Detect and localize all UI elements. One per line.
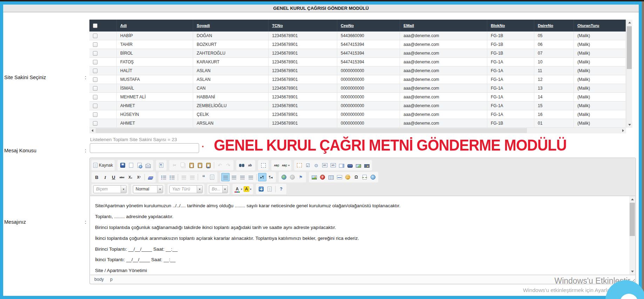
pagebreak-button[interactable]	[360, 173, 369, 181]
dirrtl-button[interactable]: ¶◂	[266, 173, 275, 181]
replace-button[interactable]: ab	[246, 161, 254, 169]
newpage-button[interactable]	[127, 161, 135, 169]
row-checkbox[interactable]	[93, 104, 97, 108]
selectfield-button[interactable]	[337, 161, 346, 169]
row-checkbox[interactable]	[93, 34, 97, 38]
aligncenter-button[interactable]	[230, 173, 238, 181]
spellcheck-button[interactable]: ABC	[272, 161, 281, 169]
bold-button[interactable]: B	[93, 173, 101, 181]
print-button[interactable]	[144, 161, 152, 169]
indent-button[interactable]	[188, 173, 196, 181]
find-button[interactable]	[237, 161, 246, 169]
underline-button[interactable]: U	[109, 173, 118, 181]
save-button[interactable]	[118, 161, 127, 169]
subscript-button[interactable]: X₂	[126, 173, 135, 181]
table-button[interactable]	[327, 173, 335, 181]
column-header-cepno[interactable]: CepNo	[337, 20, 400, 32]
creatediv-button[interactable]	[208, 173, 216, 181]
editor-scrollbar[interactable]	[629, 196, 635, 274]
specialchar-button[interactable]: Ω	[352, 173, 360, 181]
pastetext-button[interactable]	[196, 161, 204, 169]
unlink-button[interactable]	[288, 173, 297, 181]
vertical-scrollbar-thumb[interactable]	[627, 26, 632, 69]
numberedlist-button[interactable]	[160, 173, 168, 181]
chevron-down-icon[interactable]: ▾	[121, 186, 126, 193]
horizontalrule-button[interactable]	[335, 173, 344, 181]
textarea-button[interactable]: ab	[329, 161, 337, 169]
subject-input[interactable]	[90, 143, 199, 153]
blockquote-button[interactable]: “	[199, 173, 208, 181]
maximize-button[interactable]	[257, 185, 265, 193]
superscript-button[interactable]: X²	[135, 173, 143, 181]
column-header-blokno[interactable]: BlokNo	[487, 20, 534, 32]
flash-button[interactable]	[318, 173, 327, 181]
textcolor-button[interactable]: A▾	[233, 185, 243, 193]
row-checkbox[interactable]	[93, 112, 97, 117]
copy-button[interactable]	[179, 161, 187, 169]
hiddenfield-button[interactable]	[362, 161, 371, 169]
row-checkbox[interactable]	[93, 69, 97, 73]
table-vertical-scrollbar[interactable]	[626, 20, 632, 128]
row-checkbox[interactable]	[93, 51, 97, 56]
path-item-p[interactable]: p	[110, 277, 113, 282]
image-button[interactable]	[310, 173, 318, 181]
iframe-button[interactable]	[369, 173, 377, 181]
row-checkbox[interactable]	[93, 42, 97, 47]
scroll-up-button[interactable]	[626, 20, 632, 26]
editor-scroll-down-button[interactable]	[629, 269, 635, 274]
scroll-down-button[interactable]	[626, 122, 632, 128]
fontsize-dropdown[interactable]: Bo...▾	[209, 185, 228, 193]
link-button[interactable]	[280, 173, 288, 181]
row-checkbox[interactable]	[93, 86, 97, 91]
dirltr-button[interactable]: ▸¶	[258, 173, 266, 181]
preview-button[interactable]	[135, 161, 144, 169]
cut-button[interactable]: ✂	[170, 161, 179, 169]
editor-scrollbar-thumb[interactable]	[630, 203, 635, 236]
format-dropdown[interactable]: Normal▾	[133, 185, 163, 193]
editor-scroll-up-button[interactable]	[629, 196, 635, 202]
column-header-daireno[interactable]: DaireNo	[534, 20, 574, 32]
chevron-down-icon[interactable]: ▾	[157, 186, 163, 193]
alignleft-button[interactable]	[221, 173, 230, 181]
selectall-button[interactable]	[259, 161, 267, 169]
italic-button[interactable]: I	[101, 173, 109, 181]
horizontal-scrollbar-thumb[interactable]	[96, 128, 527, 133]
styles-dropdown[interactable]: Biçem▾	[93, 185, 127, 193]
row-checkbox[interactable]	[93, 95, 97, 99]
redo-button[interactable]: ↷	[224, 161, 232, 169]
anchor-button[interactable]: ⚑	[297, 173, 305, 181]
column-header-email[interactable]: EMail	[400, 20, 487, 32]
outdent-button[interactable]	[179, 173, 188, 181]
undo-button[interactable]: ↶	[216, 161, 224, 169]
select-all-checkbox[interactable]	[93, 23, 97, 28]
templates-button[interactable]	[157, 161, 165, 169]
scayt-button[interactable]: ABC▾	[281, 161, 290, 169]
form-button[interactable]	[295, 161, 304, 169]
column-header-tcno[interactable]: TCNo	[269, 20, 337, 32]
row-checkbox[interactable]	[93, 121, 97, 126]
column-header-oturanturu[interactable]: OturanTuru	[574, 20, 626, 32]
bgcolor-button[interactable]: A▾	[243, 185, 252, 193]
strike-button[interactable]: abe	[118, 173, 126, 181]
alignjustify-button[interactable]	[246, 173, 255, 181]
row-checkbox[interactable]	[93, 77, 97, 82]
textfield-button[interactable]: ab	[320, 161, 329, 169]
scroll-right-button[interactable]	[620, 128, 626, 133]
source-button[interactable]: Kaynak	[93, 161, 114, 169]
imagebutton-button[interactable]	[354, 161, 362, 169]
chevron-down-icon[interactable]: ▾	[197, 186, 202, 193]
alignright-button[interactable]	[238, 173, 246, 181]
paste-button[interactable]	[187, 161, 196, 169]
scroll-left-button[interactable]	[89, 128, 95, 133]
bulletedlist-button[interactable]	[168, 173, 176, 181]
table-horizontal-scrollbar[interactable]	[89, 128, 626, 133]
formbutton-button[interactable]	[346, 161, 354, 169]
checkbox-button[interactable]: ☑	[304, 161, 312, 169]
pasteword-button[interactable]	[204, 161, 212, 169]
column-header-soyadi[interactable]: Soyadi	[193, 20, 269, 32]
smiley-button[interactable]	[344, 173, 352, 181]
removeformat-button[interactable]	[146, 173, 155, 181]
font-dropdown[interactable]: Yazı Türü▾	[169, 185, 203, 193]
row-checkbox[interactable]	[93, 60, 97, 64]
radio-button[interactable]: ⊙	[312, 161, 320, 169]
